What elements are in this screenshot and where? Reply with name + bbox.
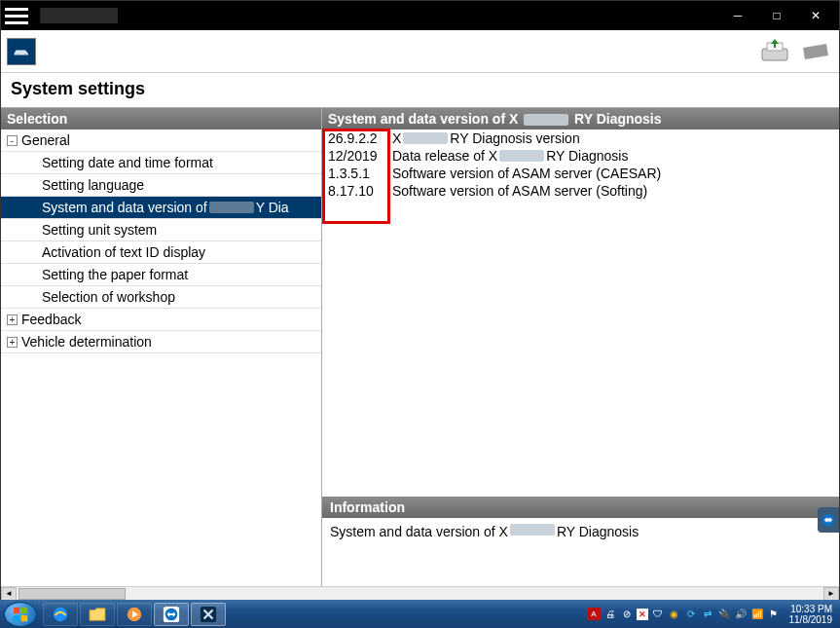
value-label: Software version of ASAM server (Softing… (392, 183, 835, 199)
clock-time: 10:33 PM (789, 604, 833, 614)
tray-app-icon[interactable]: ◉ (668, 608, 681, 621)
value-label: Data release of X RY Diagnosis (392, 148, 835, 164)
teamviewer-icon (163, 606, 180, 623)
obscured-text (510, 524, 555, 536)
horizontal-scrollbar[interactable]: ◄ ► (1, 586, 839, 600)
home-button[interactable] (7, 38, 36, 65)
scroll-left-button[interactable]: ◄ (1, 587, 17, 601)
print-upload-button[interactable] (757, 37, 792, 66)
tree-item-feedback[interactable]: + Feedback (1, 309, 321, 331)
collapse-icon[interactable]: - (7, 135, 18, 146)
tree-label: Activation of text ID display (42, 244, 205, 260)
value-row: 26.9.2.2 X RY Diagnosis version (322, 129, 839, 147)
tree-item-language[interactable]: Setting language (1, 174, 321, 197)
taskbar: A 🖨 ⊘ ✕ 🛡 ◉ ⟳ ⇄ 🔌 🔊 📶 ⚑ 10:33 PM 11/8/20… (0, 600, 840, 628)
tree-item-system-data-version[interactable]: System and data version of Y Dia (1, 197, 321, 219)
obscured-text (524, 114, 568, 126)
printer-upload-icon (759, 39, 790, 64)
tray-pdf-icon[interactable]: A (588, 608, 601, 620)
x-app-icon (200, 606, 217, 623)
svg-rect-5 (14, 607, 19, 612)
taskbar-ie[interactable] (43, 603, 78, 626)
version-values: 26.9.2.2 X RY Diagnosis version 12/2019 … (322, 129, 839, 497)
tree-item-date-time[interactable]: Setting date and time format (1, 152, 321, 174)
value-key: 1.3.5.1 (328, 166, 392, 181)
value-key: 8.17.10 (328, 183, 392, 199)
expand-icon[interactable]: + (7, 314, 18, 325)
taskbar-xentry[interactable] (191, 603, 226, 626)
tree-item-workshop[interactable]: Selection of workshop (1, 286, 321, 309)
hamburger-menu-icon[interactable] (5, 4, 28, 27)
scroll-track[interactable] (17, 587, 823, 601)
tree-label: System and data version of (42, 200, 207, 215)
header-text: System and data version of X (328, 111, 518, 127)
minimize-button[interactable]: ─ (718, 2, 757, 29)
obscured-text (209, 202, 254, 213)
tree-label: Vehicle determination (21, 334, 152, 350)
value-row: 12/2019 Data release of X RY Diagnosis (322, 147, 839, 165)
obscured-text (403, 132, 448, 144)
tray-sync-icon[interactable]: ⟳ (684, 608, 698, 621)
taskbar-mediaplayer[interactable] (117, 603, 152, 626)
version-header: System and data version of X RY Diagnosi… (322, 108, 839, 129)
tree-item-paper-format[interactable]: Setting the paper format (1, 264, 321, 286)
information-header: Information (322, 497, 839, 518)
tree-label: Setting language (42, 177, 144, 193)
tray-teamviewer-icon[interactable]: ⇄ (701, 608, 714, 621)
scroll-right-button[interactable]: ► (823, 587, 839, 601)
media-player-icon (126, 606, 143, 623)
tray-flag-icon[interactable]: ⚑ (767, 608, 781, 621)
windows-icon (12, 606, 29, 623)
tray-shield-icon[interactable]: 🛡 (651, 608, 665, 621)
selection-tree: - General Setting date and time format S… (1, 129, 321, 586)
value-label: Software version of ASAM server (CAESAR) (392, 166, 835, 181)
selection-header: Selection (1, 108, 321, 129)
system-tray: A 🖨 ⊘ ✕ 🛡 ◉ ⟳ ⇄ 🔌 🔊 📶 ⚑ 10:33 PM 11/8/20… (588, 604, 837, 625)
svg-point-0 (17, 54, 18, 55)
ie-icon (52, 606, 69, 623)
info-text: RY Diagnosis (557, 524, 639, 539)
obscured-text (499, 150, 544, 162)
value-key: 12/2019 (328, 148, 392, 164)
app-title-obscured (40, 8, 118, 23)
title-bar: ─ □ ✕ (1, 1, 839, 30)
taskbar-clock[interactable]: 10:33 PM 11/8/2019 (784, 604, 837, 625)
teamviewer-icon (822, 513, 835, 527)
tree-item-unit-system[interactable]: Setting unit system (1, 219, 321, 241)
svg-rect-6 (21, 607, 27, 612)
tray-no-icon[interactable]: ⊘ (620, 608, 634, 621)
maximize-button[interactable]: □ (757, 2, 796, 29)
expand-icon[interactable]: + (7, 337, 18, 348)
tree-label: Setting date and time format (42, 155, 213, 170)
taskbar-teamviewer[interactable] (154, 603, 189, 626)
tree-item-general[interactable]: - General (1, 129, 321, 152)
value-row: 1.3.5.1 Software version of ASAM server … (322, 165, 839, 182)
tree-label: General (21, 132, 70, 148)
page-title: System settings (1, 73, 839, 107)
svg-rect-7 (14, 614, 19, 620)
tree-item-vehicle-determination[interactable]: + Vehicle determination (1, 331, 321, 353)
tree-label: Selection of workshop (42, 289, 175, 305)
close-button[interactable]: ✕ (796, 2, 835, 29)
folder-grey-icon (801, 42, 830, 61)
tray-printer-icon[interactable]: 🖨 (603, 608, 617, 621)
svg-rect-8 (21, 614, 27, 620)
car-icon (12, 46, 31, 57)
taskbar-explorer[interactable] (80, 603, 115, 626)
toolbar (1, 30, 839, 73)
value-label: X RY Diagnosis version (392, 130, 835, 146)
tree-item-text-id[interactable]: Activation of text ID display (1, 241, 321, 264)
scroll-thumb[interactable] (18, 588, 126, 600)
start-button[interactable] (4, 602, 37, 627)
tree-label: Setting the paper format (42, 267, 188, 282)
value-key: 26.9.2.2 (328, 130, 392, 146)
tray-usb-icon[interactable]: 🔌 (717, 608, 731, 621)
information-body: System and data version of X RY Diagnosi… (322, 518, 839, 586)
tray-x-icon[interactable]: ✕ (637, 609, 648, 620)
toolbar-disabled-button (798, 37, 833, 66)
tray-network-icon[interactable]: 📶 (750, 608, 764, 621)
tray-volume-icon[interactable]: 🔊 (734, 608, 748, 621)
clock-date: 11/8/2019 (789, 614, 833, 625)
tree-label: Y Dia (256, 200, 289, 215)
teamviewer-side-tab[interactable] (818, 507, 839, 533)
